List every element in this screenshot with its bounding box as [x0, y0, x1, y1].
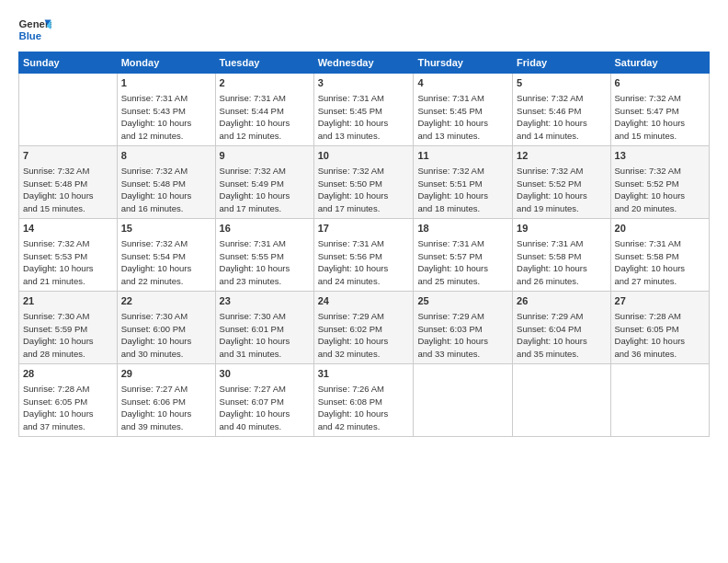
day-info-line: and 18 minutes.: [417, 202, 508, 215]
day-info-line: and 17 minutes.: [220, 202, 310, 215]
day-info-line: and 27 minutes.: [615, 275, 705, 288]
header: General Blue: [18, 17, 710, 42]
day-info-line: Sunset: 6:08 PM: [318, 396, 410, 408]
week-row-5: 28Sunrise: 7:28 AMSunset: 6:05 PMDayligh…: [19, 364, 710, 437]
day-info-line: Daylight: 10 hours: [121, 262, 211, 275]
calendar-cell: 12Sunrise: 7:32 AMSunset: 5:52 PMDayligh…: [513, 146, 610, 219]
day-info-line: Sunrise: 7:32 AM: [517, 92, 606, 105]
day-info-line: Sunset: 6:01 PM: [220, 323, 310, 336]
calendar-cell: [610, 364, 709, 437]
day-number: 19: [517, 222, 606, 236]
logo-icon: General Blue: [18, 17, 51, 42]
day-info-line: Sunset: 6:04 PM: [517, 323, 606, 336]
day-number: 18: [417, 222, 508, 236]
weekday-header-row: SundayMondayTuesdayWednesdayThursdayFrid…: [19, 52, 710, 74]
day-number: 31: [318, 367, 410, 382]
calendar-cell: 8Sunrise: 7:32 AMSunset: 5:48 PMDaylight…: [117, 146, 215, 219]
day-info-line: Daylight: 10 hours: [615, 117, 705, 130]
day-info-line: and 26 minutes.: [517, 275, 606, 288]
day-info-line: Sunset: 5:57 PM: [417, 250, 508, 263]
day-info-line: Sunrise: 7:29 AM: [417, 310, 508, 323]
day-info-line: Sunset: 6:02 PM: [318, 323, 410, 336]
day-info-line: Daylight: 10 hours: [417, 262, 508, 275]
day-info-line: Sunrise: 7:31 AM: [220, 92, 310, 105]
day-info-line: Daylight: 10 hours: [517, 262, 606, 275]
calendar-cell: 29Sunrise: 7:27 AMSunset: 6:06 PMDayligh…: [117, 364, 215, 437]
day-info-line: Daylight: 10 hours: [23, 190, 113, 202]
day-info-line: Sunset: 5:48 PM: [23, 178, 113, 190]
day-info-line: and 39 minutes.: [121, 420, 211, 433]
day-info-line: and 28 minutes.: [23, 348, 113, 361]
calendar-cell: 24Sunrise: 7:29 AMSunset: 6:02 PMDayligh…: [313, 292, 414, 364]
day-info-line: and 30 minutes.: [121, 348, 211, 361]
day-info-line: and 14 minutes.: [517, 130, 606, 143]
calendar-cell: 11Sunrise: 7:32 AMSunset: 5:51 PMDayligh…: [414, 146, 513, 219]
weekday-sunday: Sunday: [19, 52, 118, 74]
day-number: 21: [23, 294, 113, 309]
day-number: 17: [318, 222, 410, 236]
calendar-cell: 7Sunrise: 7:32 AMSunset: 5:48 PMDaylight…: [19, 146, 118, 219]
day-info-line: Sunrise: 7:29 AM: [517, 310, 606, 323]
day-number: 15: [121, 222, 211, 236]
day-info-line: Sunrise: 7:31 AM: [615, 237, 705, 250]
day-info-line: Daylight: 10 hours: [220, 117, 310, 130]
day-number: 30: [220, 367, 310, 382]
day-info-line: Daylight: 10 hours: [417, 190, 508, 202]
day-info-line: Daylight: 10 hours: [220, 190, 310, 202]
day-number: 27: [615, 294, 705, 309]
day-info-line: Sunrise: 7:31 AM: [417, 237, 508, 250]
calendar-cell: 28Sunrise: 7:28 AMSunset: 6:05 PMDayligh…: [19, 364, 118, 437]
day-number: 7: [23, 149, 113, 164]
day-info-line: Sunrise: 7:31 AM: [318, 237, 410, 250]
calendar-cell: 23Sunrise: 7:30 AMSunset: 6:01 PMDayligh…: [215, 292, 313, 364]
day-info-line: Daylight: 10 hours: [417, 117, 508, 130]
calendar-cell: 5Sunrise: 7:32 AMSunset: 5:46 PMDaylight…: [513, 74, 610, 146]
day-info-line: Sunrise: 7:32 AM: [23, 237, 113, 250]
day-info-line: Daylight: 10 hours: [615, 335, 705, 348]
day-info-line: Sunset: 6:00 PM: [121, 323, 211, 336]
day-info-line: Sunrise: 7:28 AM: [23, 383, 113, 396]
logo: General Blue: [18, 17, 51, 42]
day-number: 12: [517, 149, 606, 164]
day-info-line: Daylight: 10 hours: [318, 262, 410, 275]
calendar-cell: 22Sunrise: 7:30 AMSunset: 6:00 PMDayligh…: [117, 292, 215, 364]
day-info-line: and 12 minutes.: [121, 130, 211, 143]
day-info-line: Daylight: 10 hours: [121, 117, 211, 130]
day-number: 26: [517, 294, 606, 309]
day-info-line: Sunset: 6:05 PM: [615, 323, 705, 336]
day-info-line: Daylight: 10 hours: [121, 190, 211, 202]
day-number: 16: [220, 222, 310, 236]
day-info-line: Sunset: 5:50 PM: [318, 178, 410, 190]
day-info-line: Sunrise: 7:31 AM: [417, 92, 508, 105]
week-row-2: 7Sunrise: 7:32 AMSunset: 5:48 PMDaylight…: [19, 146, 710, 219]
calendar-cell: [513, 364, 610, 437]
day-info-line: Sunrise: 7:32 AM: [615, 92, 705, 105]
day-info-line: Sunset: 6:03 PM: [417, 323, 508, 336]
calendar-cell: 27Sunrise: 7:28 AMSunset: 6:05 PMDayligh…: [610, 292, 709, 364]
calendar-cell: 9Sunrise: 7:32 AMSunset: 5:49 PMDaylight…: [215, 146, 313, 219]
weekday-tuesday: Tuesday: [215, 52, 313, 74]
day-info-line: and 17 minutes.: [318, 202, 410, 215]
day-info-line: Sunset: 5:53 PM: [23, 250, 113, 263]
day-info-line: and 31 minutes.: [220, 348, 310, 361]
day-info-line: Sunrise: 7:31 AM: [121, 92, 211, 105]
day-info-line: Sunset: 5:44 PM: [220, 105, 310, 118]
day-number: 14: [23, 222, 113, 236]
calendar-cell: 25Sunrise: 7:29 AMSunset: 6:03 PMDayligh…: [414, 292, 513, 364]
day-info-line: Sunrise: 7:32 AM: [121, 165, 211, 178]
day-info-line: and 12 minutes.: [220, 130, 310, 143]
calendar-cell: 18Sunrise: 7:31 AMSunset: 5:57 PMDayligh…: [414, 219, 513, 292]
day-info-line: Sunset: 5:59 PM: [23, 323, 113, 336]
day-info-line: Daylight: 10 hours: [220, 335, 310, 348]
day-info-line: Daylight: 10 hours: [517, 190, 606, 202]
day-info-line: Sunset: 5:56 PM: [318, 250, 410, 263]
calendar-cell: 16Sunrise: 7:31 AMSunset: 5:55 PMDayligh…: [215, 219, 313, 292]
calendar-cell: 2Sunrise: 7:31 AMSunset: 5:44 PMDaylight…: [215, 74, 313, 146]
day-info-line: Sunrise: 7:31 AM: [220, 237, 310, 250]
day-info-line: Sunset: 5:52 PM: [615, 178, 705, 190]
day-info-line: Sunrise: 7:30 AM: [23, 310, 113, 323]
day-number: 11: [417, 149, 508, 164]
day-info-line: Sunrise: 7:27 AM: [220, 383, 310, 396]
day-info-line: Daylight: 10 hours: [121, 335, 211, 348]
calendar-cell: 26Sunrise: 7:29 AMSunset: 6:04 PMDayligh…: [513, 292, 610, 364]
